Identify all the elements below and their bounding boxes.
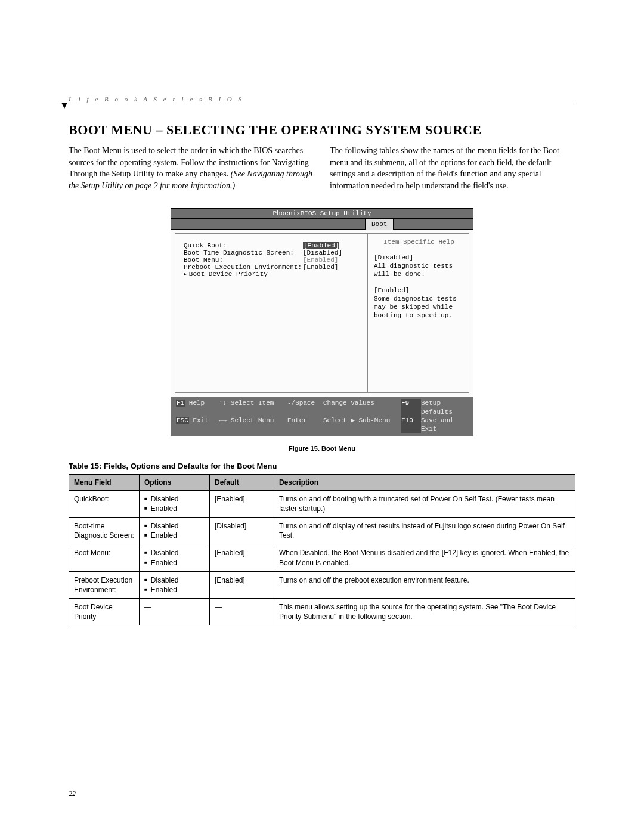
table-row: Boot Device Priority——This menu allows s… [69, 599, 575, 625]
cell-description: Turns on and off booting with a truncate… [274, 490, 575, 517]
intro-left: The Boot Menu is used to select the orde… [69, 145, 314, 191]
running-header: L i f e B o o k A S e r i e s B I O S [69, 95, 575, 104]
key-enter: Enter [287, 416, 323, 433]
bios-help-body: [Disabled]All diagnostic tests will be d… [374, 254, 464, 320]
bios-help-pane: Item Specific Help [Disabled]All diagnos… [368, 233, 469, 393]
intro-right: The following tables show the names of t… [330, 145, 575, 191]
table-header-row: Menu Field Options Default Description [69, 474, 575, 490]
th-menu-field: Menu Field [69, 474, 140, 490]
figure-caption: Figure 15. Boot Menu [69, 445, 575, 452]
key-f1: F1 [176, 400, 185, 407]
option-item: Disabled [144, 575, 205, 585]
option-item: Enabled [144, 531, 205, 540]
table-row: Boot Menu:DisabledEnabled[Enabled]When D… [69, 544, 575, 571]
cell-menu-field: Preboot Execution Environment: [69, 571, 140, 598]
bios-setting-value: [Disabled] [303, 249, 342, 256]
table-row: Preboot Execution Environment:DisabledEn… [69, 571, 575, 598]
key-space: -/Space [287, 399, 323, 416]
cell-menu-field: Boot Device Priority [69, 599, 140, 625]
intro-columns: The Boot Menu is used to select the orde… [69, 145, 575, 191]
page-number: 22 [69, 789, 76, 798]
bios-setting-label: Preboot Execution Environment: [184, 264, 303, 271]
label-select-menu: ←→ Select Menu [219, 416, 287, 433]
label-help: Help [189, 400, 205, 407]
cell-default: [Enabled] [210, 544, 274, 571]
bios-setting-label: Boot Device Priority [184, 271, 303, 278]
cell-default: [Enabled] [210, 571, 274, 598]
cell-options: DisabledEnabled [140, 544, 210, 571]
label-save-exit: Save and Exit [421, 416, 468, 433]
bios-setting-value: [Enabled] [303, 264, 338, 271]
cell-description: Turns on and off the preboot execution e… [274, 571, 575, 598]
cell-options: DisabledEnabled [140, 490, 210, 517]
bios-setting-row[interactable]: Quick Boot:[Enabled] [184, 242, 361, 249]
cell-default: [Disabled] [210, 517, 274, 544]
bios-screenshot: PhoenixBIOS Setup Utility Boot Quick Boo… [171, 208, 473, 436]
option-item: Enabled [144, 504, 205, 513]
bios-setting-row[interactable]: Boot Device Priority [184, 271, 361, 278]
label-exit: Exit [193, 417, 208, 424]
bios-settings-pane: Quick Boot:[Enabled]Boot Time Diagnostic… [175, 233, 368, 393]
cell-description: This menu allows setting up the source f… [274, 599, 575, 625]
bios-setting-value: [Enabled] [303, 256, 338, 264]
label-sub-menu: Select ▶ Sub-Menu [323, 416, 401, 433]
cell-menu-field: Boot-time Diagnostic Screen: [69, 517, 140, 544]
bios-body: Quick Boot:[Enabled]Boot Time Diagnostic… [171, 230, 473, 397]
cell-options: DisabledEnabled [140, 571, 210, 598]
bios-title: PhoenixBIOS Setup Utility [171, 209, 473, 219]
cell-menu-field: Boot Menu: [69, 544, 140, 571]
bios-footer: F1 Help ↑↓ Select Item -/Space Change Va… [171, 397, 473, 435]
bios-setting-label: Boot Menu: [184, 256, 303, 264]
th-options: Options [140, 474, 210, 490]
header-text: L i f e B o o k A S e r i e s B I O S [69, 95, 244, 103]
label-select-item: ↑↓ Select Item [219, 399, 287, 416]
bios-setting-label: Quick Boot: [184, 242, 303, 249]
label-change-values: Change Values [323, 399, 401, 416]
option-item: Disabled [144, 548, 205, 558]
cell-description: When Disabled, the Boot Menu is disabled… [274, 544, 575, 571]
cell-default: — [210, 599, 274, 625]
option-item: Disabled [144, 521, 205, 531]
bios-setting-row[interactable]: Preboot Execution Environment:[Enabled] [184, 264, 361, 271]
bios-tab-boot[interactable]: Boot [365, 219, 394, 230]
key-f10: F10 [401, 416, 421, 433]
key-f9: F9 [401, 399, 421, 416]
key-esc: ESC [176, 417, 189, 424]
bios-setting-row[interactable]: Boot Menu:[Enabled] [184, 256, 361, 264]
page-title: Boot Menu – Selecting the Operating Syst… [69, 122, 575, 138]
bios-setting-value: [Enabled] [303, 242, 339, 249]
option-item: Enabled [144, 585, 205, 594]
th-default: Default [210, 474, 274, 490]
table-caption: Table 15: Fields, Options and Defaults f… [69, 462, 575, 470]
cell-description: Turns on and off display of test results… [274, 517, 575, 544]
option-item: Enabled [144, 558, 205, 568]
header-marker-icon [61, 103, 67, 109]
label-setup-defaults: Setup Defaults [421, 399, 468, 416]
bios-setting-row[interactable]: Boot Time Diagnostic Screen:[Disabled] [184, 249, 361, 256]
cell-options: — [140, 599, 210, 625]
option-item: Disabled [144, 494, 205, 504]
cell-menu-field: QuickBoot: [69, 490, 140, 517]
cell-default: [Enabled] [210, 490, 274, 517]
table-row: QuickBoot:DisabledEnabled[Enabled]Turns … [69, 490, 575, 517]
cell-options: DisabledEnabled [140, 517, 210, 544]
bios-tab-bar: Boot [171, 219, 473, 230]
fields-table: Menu Field Options Default Description Q… [69, 474, 575, 626]
bios-setting-label: Boot Time Diagnostic Screen: [184, 249, 303, 256]
th-description: Description [274, 474, 575, 490]
bios-help-title: Item Specific Help [374, 239, 464, 246]
table-row: Boot-time Diagnostic Screen:DisabledEnab… [69, 517, 575, 544]
